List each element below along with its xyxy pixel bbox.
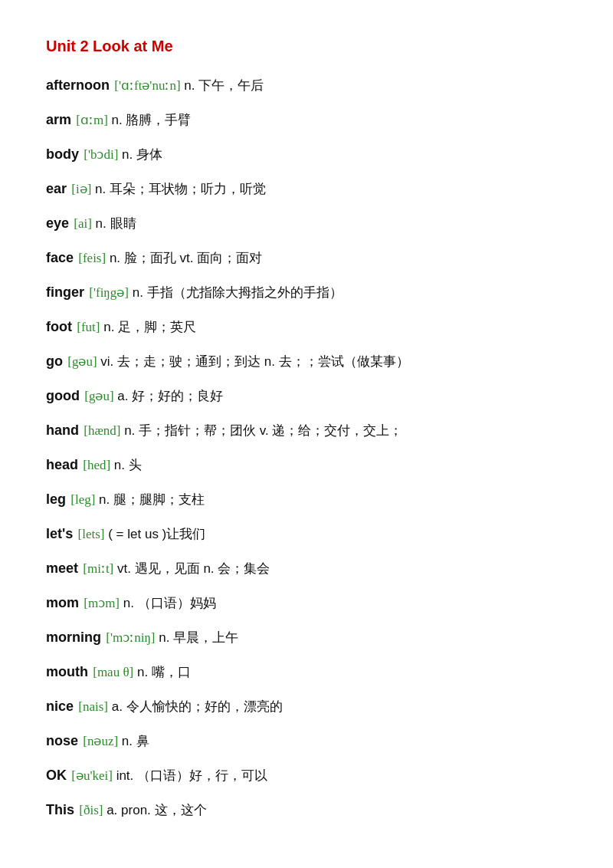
entry-word: go [46,353,63,369]
entry-word: mouth [46,664,88,679]
vocabulary-entry: finger ['fiŋgə] n. 手指（尤指除大拇指之外的手指） [46,282,567,303]
entry-word: mom [46,595,79,610]
entry-pos: n. [120,423,135,438]
entry-phonetic: [nəuz] [80,734,118,748]
entry-pos: n. [100,320,114,334]
entry-definition: 身体 [133,147,162,162]
entry-phonetic: [feis] [75,251,106,265]
entry-definition: 手；指针；帮；团伙 v. 递；给；交付，交上； [135,423,402,438]
vocabulary-entry: This [ðis] a. pron. 这，这个 [46,800,567,820]
entry-definition: 耳朵；耳状物；听力，听觉 [106,182,266,196]
entry-word: body [46,146,79,162]
vocabulary-entry: good [gəu] a. 好；好的；良好 [46,386,567,406]
entry-pos: a. pron. [103,803,150,817]
entry-word: leg [46,492,66,507]
entry-pos: vt. [113,561,131,576]
entry-word: OK [46,768,67,783]
entry-phonetic: ['mɔːniŋ] [103,630,156,645]
entry-pos: n. [133,665,148,679]
vocabulary-entry: meet [miːt] vt. 遇见，见面 n. 会；集会 [46,558,567,579]
entry-word: face [46,250,74,265]
entry-word: finger [46,284,84,300]
entry-word: meet [46,561,78,576]
entry-pos: n. [118,147,133,162]
entry-phonetic: ['bɔdi] [80,147,118,162]
vocabulary-entry: body ['bɔdi] n. 身体 [46,144,567,165]
entry-pos: n. [118,734,133,748]
entry-phonetic: ['ɑːftə'nuːn] [111,78,181,93]
entry-word: afternoon [46,77,110,93]
entry-phonetic: [mɔm] [80,596,120,610]
entry-definition: 下午，午后 [195,78,264,93]
vocabulary-entry: nose [nəuz] n. 鼻 [46,731,567,751]
entry-pos: n. [106,251,120,265]
entry-definition: ( = let us )让我们 [104,527,205,541]
entry-phonetic: [miːt] [80,561,113,576]
entry-phonetic: [ɑːm] [73,113,108,127]
vocabulary-entry: mom [mɔm] n. （口语）妈妈 [46,593,567,613]
entry-definition: 早晨，上午 [169,630,238,645]
vocabulary-entry: hand [hænd] n. 手；指针；帮；团伙 v. 递；给；交付，交上； [46,420,567,441]
entry-phonetic: [hed] [80,458,110,472]
entry-pos: vi. [97,354,114,369]
entry-definition: 胳膊，手臂 [123,113,192,127]
entry-definition: 去；走；驶；通到；到达 n. 去；；尝试（做某事） [113,354,408,369]
entry-phonetic: [gəu] [64,354,97,369]
entry-definition: 手指（尤指除大拇指之外的手指） [143,285,343,300]
entry-definition: 脸；面孔 vt. 面向；面对 [120,251,262,265]
entry-word: arm [46,112,71,127]
entry-word: nose [46,733,78,748]
entry-word: let's [46,526,73,541]
entry-phonetic: [nais] [75,699,108,714]
vocabulary-entry: nice [nais] a. 令人愉快的；好的，漂亮的 [46,696,567,717]
entry-pos: n. [108,113,123,127]
entry-phonetic: [gəu] [81,389,114,403]
entry-definition: 这，这个 [151,803,207,817]
entry-pos: a. [108,699,123,714]
entry-phonetic: [ðis] [76,803,103,817]
entry-word: nice [46,699,74,714]
entry-word: foot [46,319,72,334]
entry-pos: n. [181,78,195,93]
entry-word: hand [46,422,79,438]
entry-phonetic: [iə] [68,182,91,196]
entry-word: eye [46,215,69,231]
entry-word: head [46,457,78,472]
entry-pos: n. [120,596,134,610]
entry-definition: （口语）妈妈 [134,596,216,610]
entry-word: morning [46,630,101,645]
vocabulary-entry: face [feis] n. 脸；面孔 vt. 面向；面对 [46,248,567,268]
entry-definition: 眼睛 [107,216,136,231]
entry-phonetic: ['fiŋgə] [86,285,129,300]
entry-phonetic: [hænd] [80,423,120,438]
entry-phonetic: [ai] [70,216,92,231]
vocabulary-entry: afternoon ['ɑːftə'nuːn] n. 下午，午后 [46,75,567,96]
entry-phonetic: [fut] [74,320,100,334]
vocabulary-entry: head [hed] n. 头 [46,455,567,475]
vocabulary-entry: foot [fut] n. 足，脚；英尺 [46,317,567,337]
entry-pos: int. [113,768,133,783]
entry-definition: 令人愉快的；好的，漂亮的 [123,699,283,714]
vocabulary-entry: morning ['mɔːniŋ] n. 早晨，上午 [46,627,567,648]
entry-phonetic: [leg] [67,492,95,507]
entry-definition: 腿；腿脚；支柱 [110,492,205,507]
entry-phonetic: [mau θ] [90,665,133,679]
vocabulary-entry: let's [lets] ( = let us )让我们 [46,524,567,544]
entry-phonetic: [əu'kei] [68,768,113,783]
entry-pos: n. [156,630,170,645]
entry-pos: n. [91,182,106,196]
entry-definition: 遇见，见面 n. 会；集会 [131,561,270,576]
vocabulary-entry: eye [ai] n. 眼睛 [46,213,567,234]
entry-definition: 足，脚；英尺 [114,320,196,334]
entry-word: This [46,802,74,817]
entry-pos: n. [92,216,107,231]
vocabulary-entry: mouth [mau θ] n. 嘴，口 [46,662,567,682]
entry-pos: n. [129,285,143,300]
entry-definition: （口语）好，行，可以 [133,768,267,783]
entry-pos: n. [110,458,125,472]
vocabulary-entry: OK [əu'kei] int. （口语）好，行，可以 [46,765,567,786]
entry-pos: a. [114,389,129,403]
unit-title: Unit 2 Look at Me [46,38,567,54]
entry-definition: 嘴，口 [148,665,191,679]
vocabulary-entry: arm [ɑːm] n. 胳膊，手臂 [46,110,567,130]
